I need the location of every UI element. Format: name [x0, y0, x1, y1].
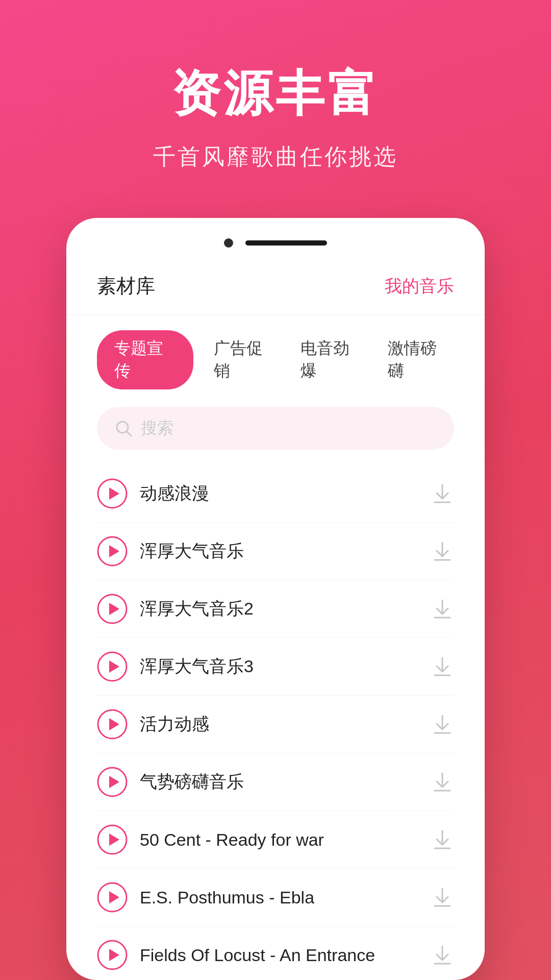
- music-title: 浑厚大气音乐: [140, 540, 244, 563]
- music-item-left: 浑厚大气音乐: [97, 536, 244, 567]
- music-title: 50 Cent - Ready for war: [140, 830, 324, 850]
- svg-marker-31: [109, 891, 119, 903]
- tab-edm[interactable]: 电音劲爆: [295, 330, 367, 389]
- phone-home-indicator: [245, 240, 327, 246]
- music-item-left: 浑厚大气音乐2: [97, 594, 254, 624]
- music-title: 动感浪漫: [140, 482, 209, 505]
- music-title: 浑厚大气音乐3: [140, 655, 254, 678]
- svg-marker-11: [109, 603, 119, 615]
- music-title: 气势磅礴音乐: [140, 770, 244, 794]
- phone-camera-dot: [224, 238, 233, 248]
- sub-title: 千首风靡歌曲任你挑选: [153, 142, 398, 172]
- play-button[interactable]: [97, 651, 128, 682]
- download-icon[interactable]: [431, 540, 454, 563]
- music-item-left: 动感浪漫: [97, 478, 209, 509]
- app-nav: 素材库 我的音乐: [66, 273, 485, 315]
- tabs-row: 专题宣传 广告促销 电音劲爆 激情磅礴: [66, 330, 485, 389]
- music-list-item[interactable]: 活力动感: [97, 696, 454, 753]
- music-list-item[interactable]: 浑厚大气音乐: [97, 523, 454, 580]
- search-placeholder: 搜索: [141, 417, 173, 439]
- download-icon[interactable]: [431, 943, 454, 967]
- music-list-item[interactable]: Fields Of Locust - An Entrance: [97, 926, 454, 980]
- phone-mockup: 素材库 我的音乐 专题宣传 广告促销 电音劲爆 激情磅礴 搜索 动感浪漫: [66, 218, 485, 980]
- music-list: 动感浪漫 浑厚大气音乐: [66, 465, 485, 980]
- svg-marker-35: [109, 949, 119, 961]
- music-title: 活力动感: [140, 713, 209, 736]
- music-title: Fields Of Locust - An Entrance: [140, 945, 375, 965]
- svg-line-1: [127, 431, 131, 436]
- svg-marker-19: [109, 718, 119, 730]
- play-button[interactable]: [97, 594, 128, 624]
- header-section: 资源丰富 千首风靡歌曲任你挑选: [153, 0, 398, 203]
- svg-marker-27: [109, 834, 119, 846]
- download-icon[interactable]: [431, 597, 454, 621]
- search-bar[interactable]: 搜索: [97, 407, 454, 450]
- tab-special[interactable]: 专题宣传: [97, 330, 193, 389]
- play-button[interactable]: [97, 882, 128, 913]
- music-item-left: 气势磅礴音乐: [97, 767, 244, 797]
- download-icon[interactable]: [431, 655, 454, 678]
- music-list-item[interactable]: 动感浪漫: [97, 465, 454, 523]
- music-item-left: Fields Of Locust - An Entrance: [97, 940, 375, 970]
- svg-marker-7: [109, 545, 119, 557]
- main-title: 资源丰富: [153, 61, 398, 128]
- download-icon[interactable]: [431, 713, 454, 736]
- music-list-item[interactable]: E.S. Posthumus - Ebla: [97, 869, 454, 926]
- phone-status-bar: [66, 238, 485, 248]
- download-icon[interactable]: [431, 886, 454, 909]
- play-button[interactable]: [97, 940, 128, 970]
- svg-marker-3: [109, 487, 119, 500]
- music-title: E.S. Posthumus - Ebla: [140, 888, 314, 908]
- download-icon[interactable]: [431, 770, 454, 794]
- music-item-left: 浑厚大气音乐3: [97, 651, 254, 682]
- music-item-left: 50 Cent - Ready for war: [97, 824, 324, 855]
- music-list-item[interactable]: 气势磅礴音乐: [97, 753, 454, 811]
- tab-ads[interactable]: 广告促销: [209, 330, 281, 389]
- music-item-left: 活力动感: [97, 709, 209, 740]
- music-item-left: E.S. Posthumus - Ebla: [97, 882, 314, 913]
- nav-library-label: 素材库: [97, 273, 155, 299]
- music-list-item[interactable]: 浑厚大气音乐2: [97, 580, 454, 638]
- tab-epic[interactable]: 激情磅礴: [383, 330, 455, 389]
- music-list-item[interactable]: 浑厚大气音乐3: [97, 638, 454, 696]
- play-button[interactable]: [97, 709, 128, 740]
- play-button[interactable]: [97, 478, 128, 509]
- svg-marker-15: [109, 660, 119, 673]
- svg-marker-23: [109, 776, 119, 788]
- download-icon[interactable]: [431, 482, 454, 505]
- music-list-item[interactable]: 50 Cent - Ready for war: [97, 811, 454, 869]
- music-title: 浑厚大气音乐2: [140, 597, 254, 621]
- play-button[interactable]: [97, 767, 128, 797]
- nav-my-music-label[interactable]: 我的音乐: [385, 275, 454, 298]
- download-icon[interactable]: [431, 828, 454, 851]
- search-icon: [114, 419, 133, 437]
- play-button[interactable]: [97, 824, 128, 855]
- play-button[interactable]: [97, 536, 128, 567]
